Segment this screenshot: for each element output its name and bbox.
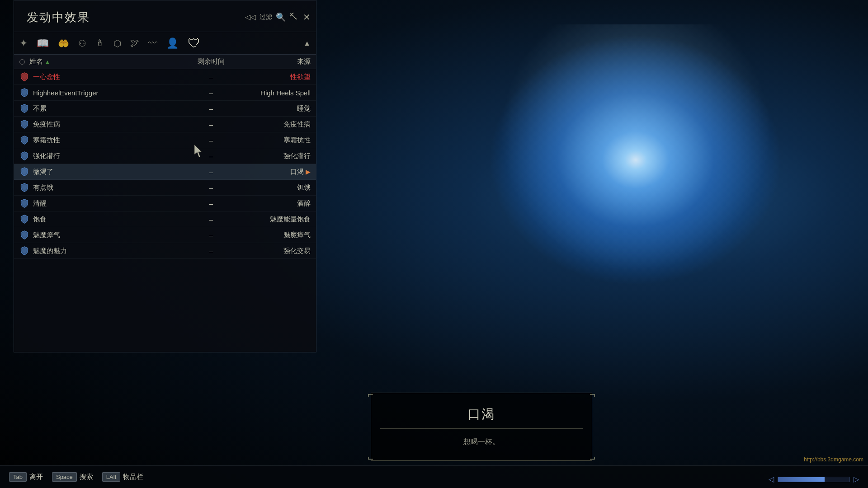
progress-fill	[778, 477, 825, 482]
active-effects-panel: 发动中效果 ◁◁ 过滤 🔍 ⛏ ✕ ✦ 📖 🤲 ⚇ 🕯 ⬡ 🕊 〰 👤 🛡 ▲ …	[14, 0, 316, 352]
effect-icon	[19, 151, 29, 161]
effect-row[interactable]: 强化潜行 – 强化潜行	[14, 148, 316, 164]
effect-name: 寒霜抗性	[33, 136, 184, 145]
space-key-badge: Space	[52, 472, 77, 482]
effect-source: 魅魔瘴气	[238, 231, 311, 239]
effect-name: 魅魔瘴气	[33, 231, 184, 239]
potion-icon[interactable]: ⬡	[113, 38, 121, 49]
effect-name: 有点饿	[33, 183, 184, 192]
hotkey-lalt-group: LAlt 物品栏	[102, 472, 143, 482]
effect-time: –	[184, 121, 238, 128]
effect-row[interactable]: 魅魔瘴气 – 魅魔瘴气	[14, 227, 316, 243]
effect-name: 微渴了	[33, 168, 184, 176]
effects-list: 一心念性 – 性欲望 HighheelEventTrigger – High H…	[14, 69, 316, 259]
close-icon[interactable]: ✕	[303, 12, 311, 23]
star-icon[interactable]: ✦	[19, 38, 28, 49]
effect-name: 不累	[33, 104, 184, 113]
effect-row[interactable]: 免疫性病 – 免疫性病	[14, 117, 316, 132]
effect-time: –	[184, 89, 238, 97]
lalt-key-label: 物品栏	[123, 473, 143, 481]
effect-source: 酒醉	[238, 199, 311, 208]
effect-name: 强化潜行	[33, 152, 184, 160]
face-icon[interactable]: 👤	[166, 38, 179, 49]
effect-time: –	[184, 136, 238, 144]
effect-title: 口渴	[371, 393, 592, 428]
corner-br-icon: ⌐	[590, 454, 595, 464]
space-key-label: 搜索	[80, 473, 93, 481]
hands-icon[interactable]: 🤲	[58, 38, 69, 49]
effect-icon	[19, 198, 29, 208]
effect-source: 口渴 ▶	[238, 168, 311, 176]
status-dot	[19, 59, 25, 65]
effect-source: 性欲望	[238, 73, 311, 81]
filter-label: 过滤	[259, 13, 272, 21]
effect-row[interactable]: 清醒 – 酒醉	[14, 196, 316, 211]
bottom-hotkey-bar: Tab 离开 Space 搜索 LAlt 物品栏	[0, 465, 868, 488]
effect-icon	[19, 183, 29, 192]
effect-time: –	[184, 184, 238, 192]
bird-icon[interactable]: 🕊	[130, 38, 139, 48]
effect-source: 强化潜行	[238, 152, 311, 160]
effect-icon	[19, 167, 29, 177]
panel-title: 发动中效果	[19, 4, 97, 30]
name-column-header[interactable]: 姓名 ▲	[29, 57, 184, 66]
effect-row[interactable]: 有点饿 – 饥饿	[14, 180, 316, 196]
effect-row[interactable]: HighheelEventTrigger – High Heels Spell	[14, 85, 316, 101]
nav-left-arrow[interactable]: ◁	[769, 475, 774, 483]
effect-icon	[19, 119, 29, 129]
nav-right-arrow[interactable]: ▷	[854, 475, 859, 483]
effect-time: –	[184, 216, 238, 223]
hotkey-tab-group: Tab 离开	[9, 472, 43, 482]
effect-time: –	[184, 73, 238, 81]
progress-bar	[778, 477, 850, 482]
column-headers: 姓名 ▲ 剩余时间 来源	[14, 55, 316, 69]
search-filter-icon[interactable]: 🔍	[276, 12, 286, 22]
effect-row[interactable]: 寒霜抗性 – 寒霜抗性	[14, 132, 316, 148]
sort-arrow-icon: ▲	[45, 59, 50, 65]
effect-source: High Heels Spell	[238, 89, 311, 97]
tab-key-badge: Tab	[9, 472, 27, 482]
effect-icon	[19, 246, 29, 256]
corner-tl-icon: ⌐	[368, 389, 373, 399]
effect-icon	[19, 135, 29, 145]
shield-category-icon[interactable]: 🛡	[188, 36, 200, 51]
effect-detail-panel: ⌐ ⌐ ⌐ ⌐ 口渴 想喝一杯。	[371, 393, 592, 461]
settings-filter-icon[interactable]: ⛏	[289, 12, 297, 22]
tab-key-label: 离开	[29, 473, 43, 481]
effect-icon	[19, 72, 29, 82]
source-column-header[interactable]: 来源	[238, 57, 311, 66]
book-icon[interactable]: 📖	[37, 38, 49, 49]
back-arrow-icon[interactable]: ◁◁	[245, 13, 256, 21]
effect-time: –	[184, 231, 238, 239]
corner-bl-icon: ⌐	[368, 454, 373, 464]
effect-source: 睡觉	[238, 104, 311, 113]
effect-row[interactable]: 魅魔的魅力 – 强化交易	[14, 243, 316, 259]
effect-time: –	[184, 105, 238, 113]
effect-time: –	[184, 152, 238, 160]
effect-name: HighheelEventTrigger	[33, 89, 184, 97]
effect-name: 免疫性病	[33, 120, 184, 129]
effect-name: 一心念性	[33, 73, 184, 81]
effect-time: –	[184, 168, 238, 176]
watermark-text: http://bbs.3dmgame.com	[804, 456, 863, 463]
effect-description: 想喝一杯。	[371, 429, 592, 460]
collapse-arrow-icon[interactable]: ▲	[303, 39, 311, 47]
effect-icon	[19, 103, 29, 113]
category-toolbar: ✦ 📖 🤲 ⚇ 🕯 ⬡ 🕊 〰 👤 🛡 ▲	[14, 32, 316, 55]
effect-time: –	[184, 200, 238, 207]
wave-icon[interactable]: 〰	[148, 38, 157, 48]
effect-row[interactable]: 一心念性 – 性欲望	[14, 69, 316, 85]
effect-source: 寒霜抗性	[238, 136, 311, 145]
effect-time: –	[184, 247, 238, 255]
hotkey-space-group: Space 搜索	[52, 472, 93, 482]
effect-row[interactable]: 微渴了 – 口渴 ▶	[14, 164, 316, 180]
effect-source: 强化交易	[238, 247, 311, 255]
effect-row[interactable]: 不累 – 睡觉	[14, 101, 316, 117]
corner-tr-icon: ⌐	[590, 389, 595, 399]
time-column-header[interactable]: 剩余时间	[184, 57, 238, 66]
flame-icon[interactable]: 🕯	[95, 38, 104, 48]
effect-row[interactable]: 饱食 – 魅魔能量饱食	[14, 211, 316, 227]
lalt-key-badge: LAlt	[102, 472, 120, 482]
circles-icon[interactable]: ⚇	[78, 38, 86, 49]
selected-arrow-icon: ▶	[306, 168, 311, 175]
